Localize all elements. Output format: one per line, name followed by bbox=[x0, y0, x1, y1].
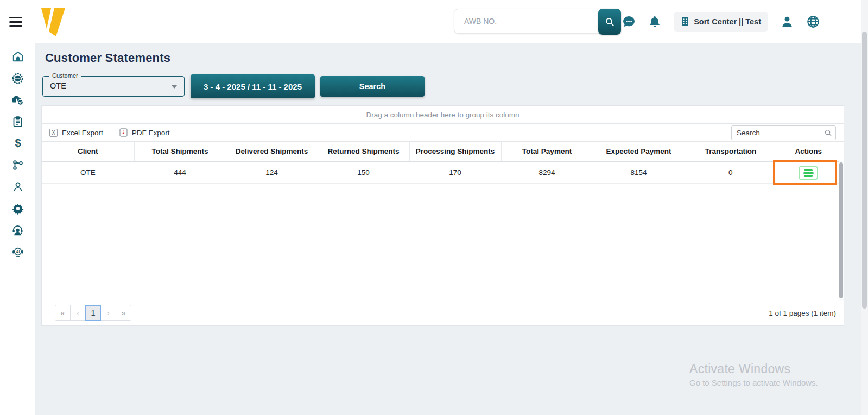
pager-page-1-button[interactable]: 1 bbox=[85, 305, 101, 321]
grid-pager: « ‹ 1 › » 1 of 1 pages (1 item) bbox=[42, 300, 844, 325]
pdf-export-label: PDF Export bbox=[132, 129, 170, 137]
person-icon bbox=[12, 181, 24, 193]
grid-scrollbar[interactable] bbox=[839, 161, 844, 301]
clipboard-icon bbox=[12, 116, 23, 128]
column-header-expected-payment[interactable]: Expected Payment bbox=[593, 142, 685, 161]
table-row[interactable]: OTE 444 124 150 170 8294 8154 0 bbox=[42, 161, 840, 183]
cell-delivered-shipments: 124 bbox=[226, 161, 318, 183]
pager-prev-button[interactable]: ‹ bbox=[70, 305, 86, 321]
svg-text:$: $ bbox=[15, 137, 21, 149]
watermark-subtitle: Go to Settings to activate Windows. bbox=[689, 378, 818, 387]
support-agent-icon bbox=[11, 224, 24, 237]
customer-select-value: OTE bbox=[50, 81, 66, 90]
cell-processing-shipments: 170 bbox=[409, 161, 501, 183]
chat-icon[interactable] bbox=[622, 15, 636, 29]
grid-scrollbar-thumb[interactable] bbox=[839, 162, 843, 298]
grid-search-input[interactable] bbox=[731, 125, 836, 140]
pager-next-button[interactable]: › bbox=[100, 305, 116, 321]
user-profile-icon[interactable] bbox=[780, 15, 794, 29]
window-scrollbar-thumb[interactable] bbox=[862, 32, 867, 309]
sidebar-item-workflow[interactable] bbox=[0, 154, 35, 176]
column-header-total-shipments[interactable]: Total Shipments bbox=[134, 142, 226, 161]
grid-toolbar: X Excel Export PDF Export bbox=[42, 124, 844, 142]
column-header-processing-shipments[interactable]: Processing Shipments bbox=[409, 142, 501, 161]
column-header-actions[interactable]: Actions bbox=[777, 142, 840, 161]
sidebar-item-ai-assistant[interactable]: AI bbox=[0, 241, 35, 263]
cell-transportation: 0 bbox=[685, 161, 777, 183]
svg-text:AI: AI bbox=[16, 250, 20, 254]
cell-total-shipments: 444 bbox=[134, 161, 226, 183]
awb-search-input[interactable] bbox=[454, 9, 611, 34]
gear-icon bbox=[12, 203, 24, 215]
pager-last-button[interactable]: » bbox=[116, 305, 131, 321]
date-range-button[interactable]: 3 - 4 - 2025 / 11 - 11 - 2025 bbox=[191, 74, 315, 98]
ai-headset-icon: AI bbox=[11, 246, 24, 259]
branch-icon bbox=[12, 159, 24, 171]
group-panel-hint: Drag a column header here to group its c… bbox=[366, 111, 519, 119]
pager-summary: 1 of 1 pages (1 item) bbox=[769, 309, 836, 317]
statements-grid: Drag a column header here to group its c… bbox=[41, 105, 844, 326]
language-globe-icon[interactable] bbox=[806, 15, 820, 29]
sidebar-item-support[interactable] bbox=[0, 219, 35, 241]
window-scrollbar[interactable] bbox=[861, 0, 868, 415]
menu-toggle-icon[interactable] bbox=[9, 17, 22, 27]
dollar-icon: $ bbox=[12, 137, 24, 150]
brand-logo[interactable] bbox=[38, 6, 68, 37]
column-header-delivered-shipments[interactable]: Delivered Shipments bbox=[226, 142, 318, 161]
chevron-down-icon bbox=[172, 85, 177, 89]
cell-expected-payment: 8154 bbox=[593, 161, 685, 183]
search-icon bbox=[824, 129, 832, 137]
pdf-icon bbox=[119, 128, 128, 137]
excel-export-label: Excel Export bbox=[62, 129, 103, 137]
notifications-bell-icon[interactable] bbox=[648, 15, 662, 29]
grid-search bbox=[731, 125, 836, 140]
sidebar-item-settings[interactable] bbox=[0, 198, 35, 219]
awb-search-button[interactable] bbox=[598, 9, 621, 35]
column-header-transportation[interactable]: Transportation bbox=[685, 142, 777, 161]
view-statement-button[interactable] bbox=[799, 166, 818, 180]
search-icon bbox=[605, 17, 614, 27]
cell-returned-shipments: 150 bbox=[318, 161, 409, 183]
column-header-client[interactable]: Client bbox=[42, 142, 134, 161]
group-panel[interactable]: Drag a column header here to group its c… bbox=[42, 106, 844, 124]
cell-actions bbox=[777, 161, 840, 183]
building-icon bbox=[681, 17, 689, 27]
pdf-export-button[interactable]: PDF Export bbox=[119, 128, 170, 137]
customer-select[interactable]: Customer OTE bbox=[42, 76, 185, 97]
sidebar-item-finance[interactable]: $ bbox=[0, 133, 35, 154]
pager-first-button[interactable]: « bbox=[55, 305, 71, 321]
sidebar-item-shipments[interactable] bbox=[0, 89, 35, 111]
cell-client: OTE bbox=[42, 161, 134, 183]
search-button[interactable]: Search bbox=[320, 76, 425, 97]
watermark-title: Activate Windows bbox=[689, 362, 818, 376]
table-header-row: Client Total Shipments Delivered Shipmen… bbox=[42, 142, 840, 161]
station-selector[interactable]: Sort Center || Test bbox=[674, 12, 768, 32]
svg-text:NEW: NEW bbox=[15, 77, 21, 80]
sidebar-item-home[interactable] bbox=[0, 46, 35, 67]
statement-lines-icon bbox=[804, 169, 813, 171]
sidebar-item-badge[interactable]: NEW bbox=[0, 67, 35, 89]
awb-search bbox=[454, 9, 611, 34]
home-icon bbox=[12, 51, 24, 62]
windows-activation-watermark: Activate Windows Go to Settings to activ… bbox=[689, 362, 818, 387]
page-title: Customer Statements bbox=[45, 51, 170, 65]
packages-check-icon bbox=[11, 93, 24, 106]
excel-export-button[interactable]: X Excel Export bbox=[49, 129, 103, 137]
excel-icon: X bbox=[49, 129, 58, 137]
column-header-returned-shipments[interactable]: Returned Shipments bbox=[318, 142, 409, 161]
cell-total-payment: 8294 bbox=[501, 161, 593, 183]
new-badge-icon: NEW bbox=[11, 72, 24, 85]
sidebar-item-users[interactable] bbox=[0, 176, 35, 198]
sidebar-nav: NEW $ AI bbox=[0, 43, 35, 415]
station-badge-label: Sort Center || Test bbox=[694, 17, 761, 26]
top-bar: Sort Center || Test bbox=[0, 0, 868, 43]
sidebar-item-reports[interactable] bbox=[0, 111, 35, 133]
statements-table: Client Total Shipments Delivered Shipmen… bbox=[42, 142, 840, 184]
column-header-total-payment[interactable]: Total Payment bbox=[501, 142, 593, 161]
customer-select-label: Customer bbox=[49, 72, 81, 79]
